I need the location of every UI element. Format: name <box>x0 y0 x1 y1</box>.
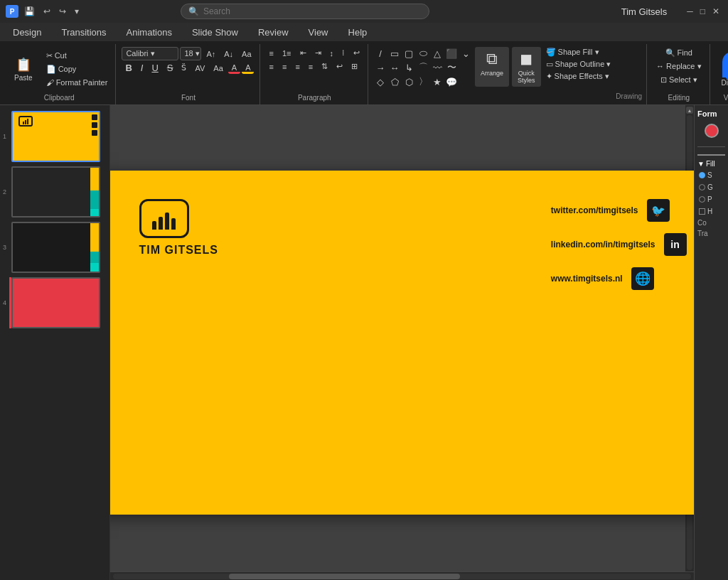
close-button[interactable]: ✕ <box>710 5 722 18</box>
slide-thumbnail-4[interactable]: 4 <box>9 277 98 328</box>
tab-view[interactable]: View <box>299 24 338 41</box>
font-color-button[interactable]: A <box>228 62 240 74</box>
bold-button[interactable]: B <box>122 62 135 74</box>
tab-review[interactable]: Review <box>248 24 299 41</box>
shapes-expand-button[interactable]: ⌄ <box>459 47 472 60</box>
align-center-button[interactable]: ≡ <box>279 60 290 72</box>
search-box[interactable]: 🔍 <box>181 4 429 19</box>
paragraph-more-button[interactable]: ↩ <box>350 47 363 59</box>
vertical-align-button[interactable]: ⇅ <box>318 60 331 72</box>
slide-thumbnail-1[interactable]: 1 <box>11 111 98 162</box>
chevron-button[interactable]: 〉 <box>417 75 429 88</box>
line-spacing-button[interactable]: ↕ <box>326 47 338 59</box>
rounded-rect-button[interactable]: ▢ <box>402 47 415 60</box>
dictate-button[interactable]: Dictate <box>716 49 728 90</box>
radio-picture[interactable] <box>699 196 705 203</box>
thumb-slide-1[interactable] <box>11 111 100 162</box>
redo-button[interactable]: ↪ <box>56 5 69 18</box>
shape-effects-row[interactable]: ✦ Shape Effects ▾ <box>544 71 614 82</box>
fill-section-header[interactable]: ▼ Fill <box>697 160 725 168</box>
pentagon-button[interactable]: ⬠ <box>388 75 401 88</box>
h-scroll-track[interactable] <box>113 574 691 579</box>
shape-fill-row[interactable]: 🪣 Shape Fill ▾ <box>544 47 614 58</box>
text-case-button[interactable]: Aa <box>210 63 226 74</box>
callout-button[interactable]: 💬 <box>445 75 458 88</box>
character-spacing-button[interactable]: AV <box>191 63 208 74</box>
wave-button[interactable]: 〜 <box>445 61 458 74</box>
more-shapes-button[interactable]: ⬛ <box>445 47 458 60</box>
highlight-button[interactable]: A <box>242 62 254 74</box>
tab-slideshow[interactable]: Slide Show <box>182 24 248 41</box>
tab-animations[interactable]: Animations <box>117 24 182 41</box>
slide-number-4: 4 <box>3 299 6 306</box>
ribbon-group-clipboard: 📋 Paste ✂ Cut 📄 Copy 🖌 Format Painter Cl… <box>3 44 116 104</box>
thumb-slide-3[interactable] <box>11 222 100 273</box>
format-painter-button[interactable]: 🖌 Format Painter <box>43 77 112 88</box>
minimize-button[interactable]: ─ <box>684 5 696 18</box>
logo-bar-2 <box>159 217 163 230</box>
align-right-button[interactable]: ≡ <box>291 60 303 72</box>
color-preview[interactable] <box>705 124 719 138</box>
decrease-font-button[interactable]: A↓ <box>220 48 237 60</box>
double-arrow-button[interactable]: ↔ <box>388 61 401 74</box>
thumb-slide-2[interactable] <box>11 166 100 218</box>
diamond-button[interactable]: ◇ <box>374 75 387 88</box>
text-direction-button[interactable]: ↩ <box>333 60 346 72</box>
numbering-button[interactable]: 1≡ <box>279 47 295 59</box>
slide-thumbnails-panel: 1 2 <box>0 105 110 580</box>
bullets-button[interactable]: ≡ <box>266 47 277 59</box>
arrow-button[interactable]: → <box>374 61 387 74</box>
save-button[interactable]: 💾 <box>21 5 38 18</box>
cut-button[interactable]: ✂ Cut <box>43 50 112 62</box>
strip-teal2 <box>90 209 99 216</box>
tab-help[interactable]: Help <box>338 24 378 41</box>
italic-button[interactable]: I <box>137 62 147 74</box>
bent-arrow-button[interactable]: ↳ <box>402 61 415 74</box>
strikethrough-button[interactable]: S <box>164 62 177 74</box>
freeform-button[interactable]: 〰 <box>431 61 444 74</box>
align-left-button[interactable]: ≡ <box>266 60 277 72</box>
radio-solid[interactable] <box>699 172 705 178</box>
font-size-dropdown[interactable]: 18 ▾ <box>180 47 201 60</box>
shape-outline-row[interactable]: ▭ Shape Outline ▾ <box>544 59 614 70</box>
scroll-up-button[interactable]: ▲ <box>686 107 693 114</box>
arrange-button[interactable]: ⧉ Arrange <box>475 47 509 87</box>
website-icon: 🌐 <box>635 271 651 286</box>
decrease-indent-button[interactable]: ⇤ <box>296 47 310 59</box>
thumb-slide-4[interactable] <box>11 277 100 328</box>
font-family-dropdown[interactable]: Calibri ▾ <box>122 47 178 60</box>
increase-indent-button[interactable]: ⇥ <box>311 47 325 59</box>
columns-button[interactable]: ⁞ <box>338 47 348 59</box>
undo-button[interactable]: ↩ <box>41 5 53 18</box>
copy-button[interactable]: 📄 Copy <box>43 63 112 75</box>
hexagon-button[interactable]: ⬡ <box>402 75 415 88</box>
select-button[interactable]: ⊡ Select ▾ <box>657 74 701 86</box>
shadow-button[interactable]: S̈ <box>178 62 190 74</box>
quick-styles-button[interactable]: ◼ QuickStyles <box>512 47 541 87</box>
slide-thumbnail-2[interactable]: 2 <box>11 166 98 218</box>
justify-button[interactable]: ≡ <box>305 60 316 72</box>
star-button[interactable]: ★ <box>431 75 444 88</box>
tab-transitions[interactable]: Transitions <box>51 24 116 41</box>
rect-shape-button[interactable]: ▭ <box>388 47 401 60</box>
horizontal-scrollbar[interactable] <box>110 571 694 580</box>
maximize-button[interactable]: □ <box>697 5 708 18</box>
oval-button[interactable]: ⬭ <box>417 47 429 60</box>
find-button[interactable]: 🔍 Find <box>662 47 696 59</box>
replace-button[interactable]: ↔ Replace ▾ <box>653 60 705 72</box>
slide-thumbnail-3[interactable]: 3 <box>11 222 98 273</box>
triangle-button[interactable]: △ <box>431 47 444 60</box>
curve-button[interactable]: ⌒ <box>417 61 429 74</box>
search-input[interactable] <box>203 6 422 16</box>
clear-format-button[interactable]: Aa <box>238 48 255 60</box>
convert-to-smartart-button[interactable]: ⊞ <box>348 60 361 72</box>
radio-gradient[interactable] <box>699 184 705 190</box>
line-shape-button[interactable]: / <box>374 47 387 60</box>
paste-button[interactable]: 📋 Paste <box>7 54 40 85</box>
increase-font-button[interactable]: A↑ <box>203 48 219 60</box>
checkbox-hide[interactable] <box>699 208 705 215</box>
tab-design[interactable]: Design <box>3 24 51 41</box>
underline-button[interactable]: U <box>148 62 161 74</box>
customize-qa-button[interactable]: ▾ <box>72 5 82 18</box>
slide-canvas[interactable]: TIM GITSELS twitter.com/timgitsels 🐦 lin… <box>110 171 694 515</box>
